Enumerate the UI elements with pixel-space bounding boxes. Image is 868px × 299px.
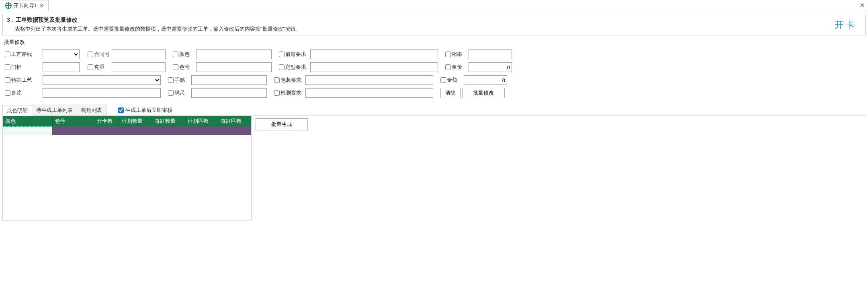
window-tab-bar: 开卡向导1 ✕ ✕: [0, 0, 868, 11]
shrink-rate-input[interactable]: [469, 49, 512, 59]
data-tabs-row: 点色明细 待生成工单列表 制程列表 生成工单后立即审核: [2, 105, 866, 116]
remark-input[interactable]: [43, 88, 161, 98]
grid-header-color[interactable]: 颜色: [3, 116, 53, 126]
process-route-checkbox[interactable]: [5, 52, 10, 57]
color-input[interactable]: [196, 49, 272, 59]
grid-cell-vat-pcs[interactable]: [218, 126, 251, 135]
audit-after-generate-checkbox[interactable]: [118, 107, 124, 113]
grid-header-vat-qty[interactable]: 每缸数量: [152, 116, 185, 126]
amount-input[interactable]: [464, 75, 507, 85]
grid-cell-color-no[interactable]: [53, 126, 94, 135]
shape-req-checkbox-label[interactable]: 定型要求: [279, 64, 309, 71]
inspect-req-input[interactable]: [305, 88, 433, 98]
color-no-input[interactable]: [196, 62, 272, 72]
process-route-select[interactable]: [43, 49, 80, 59]
tab-color-detail[interactable]: 点色明细: [2, 105, 32, 116]
tab-pending-work-orders[interactable]: 待生成工单列表: [32, 105, 77, 115]
hand-feel-checkbox[interactable]: [168, 77, 174, 83]
globe-icon: [5, 2, 12, 9]
grid-header-color-no[interactable]: 色号: [53, 116, 94, 126]
yard-checkbox[interactable]: [168, 90, 174, 96]
unit-price-checkbox[interactable]: [445, 64, 451, 70]
door-width-checkbox-label[interactable]: 门幅: [5, 64, 41, 71]
remark-checkbox[interactable]: [5, 90, 10, 96]
batch-generate-button[interactable]: 批量生成: [256, 118, 308, 130]
special-process-checkbox[interactable]: [5, 77, 10, 83]
shape-req-checkbox[interactable]: [279, 64, 285, 70]
hand-feel-checkbox-label[interactable]: 手感: [168, 76, 190, 84]
shape-req-input[interactable]: [310, 62, 438, 72]
amount-checkbox-label[interactable]: 金额: [440, 76, 462, 84]
step-description: 表格中列出了本次将生成的工单。选中需要批量修改的数据项，选中需要修改的工单，输入…: [7, 25, 861, 33]
grid-data-row[interactable]: [3, 126, 251, 135]
gram-weight-checkbox[interactable]: [88, 64, 93, 70]
hand-feel-input[interactable]: [191, 75, 267, 85]
tab-title: 开卡向导1: [13, 2, 37, 9]
contract-no-checkbox-label[interactable]: 合同号: [88, 51, 110, 58]
color-detail-grid[interactable]: 颜色 色号 开卡数 计划数量 每缸数量 计划匹数 每缸匹数: [2, 116, 252, 221]
step-header: 3．工单数据预览及批量修改 表格中列出了本次将生成的工单。选中需要批量修改的数据…: [2, 14, 866, 35]
unit-price-input[interactable]: [469, 62, 512, 72]
grid-header-plan-pcs[interactable]: 计划匹数: [185, 116, 218, 126]
grid-cell-color[interactable]: [3, 126, 53, 135]
shrink-rate-checkbox[interactable]: [445, 52, 451, 57]
grid-header-plan-qty[interactable]: 计划数量: [119, 116, 152, 126]
grid-header-row: 颜色 色号 开卡数 计划数量 每缸数量 计划匹数 每缸匹数: [3, 116, 251, 126]
door-width-input[interactable]: [43, 62, 80, 72]
open-card-link[interactable]: 开卡: [835, 19, 857, 31]
remark-checkbox-label[interactable]: 备注: [5, 89, 41, 97]
batch-modify-section-label: 批量修改: [4, 39, 866, 46]
contract-no-input[interactable]: [112, 49, 166, 59]
batch-modify-form: 工艺路线 合同号 颜色 前道要求 缩率 门幅 克重 色号 定型要求 单价 特殊工…: [2, 47, 866, 101]
yard-input[interactable]: [191, 88, 267, 98]
process-route-checkbox-label[interactable]: 工艺路线: [5, 51, 41, 58]
clear-button[interactable]: 清除: [440, 88, 461, 98]
grid-cell-plan-pcs[interactable]: [185, 126, 218, 135]
tab-process-list[interactable]: 制程列表: [77, 105, 106, 115]
shrink-rate-checkbox-label[interactable]: 缩率: [445, 51, 467, 58]
gram-weight-checkbox-label[interactable]: 克重: [88, 64, 110, 71]
yard-checkbox-label[interactable]: 码尺: [168, 89, 190, 97]
window-tab[interactable]: 开卡向导1 ✕: [2, 0, 49, 11]
color-checkbox-label[interactable]: 颜色: [173, 51, 194, 58]
front-req-checkbox-label[interactable]: 前道要求: [279, 51, 309, 58]
pack-req-checkbox[interactable]: [274, 77, 280, 83]
special-process-select[interactable]: [43, 75, 161, 85]
step-title: 3．工单数据预览及批量修改: [7, 16, 861, 24]
contract-no-checkbox[interactable]: [88, 52, 93, 57]
grid-cell-card-count[interactable]: [94, 126, 119, 135]
amount-checkbox[interactable]: [440, 77, 446, 83]
inspect-req-checkbox[interactable]: [274, 90, 280, 96]
audit-after-generate-label[interactable]: 生成工单后立即审核: [118, 107, 172, 114]
tab-close-icon[interactable]: ✕: [39, 2, 45, 9]
color-no-checkbox-label[interactable]: 色号: [173, 64, 194, 71]
inspect-req-checkbox-label[interactable]: 检测要求: [274, 89, 304, 97]
unit-price-checkbox-label[interactable]: 单价: [445, 64, 467, 71]
special-process-checkbox-label[interactable]: 特殊工艺: [5, 76, 41, 84]
pack-req-checkbox-label[interactable]: 包装要求: [274, 76, 304, 84]
gram-weight-input[interactable]: [112, 62, 166, 72]
door-width-checkbox[interactable]: [5, 64, 10, 70]
grid-header-card-count[interactable]: 开卡数: [94, 116, 119, 126]
front-req-input[interactable]: [310, 49, 438, 59]
color-no-checkbox[interactable]: [173, 64, 178, 70]
batch-modify-button[interactable]: 批量修改: [462, 88, 505, 98]
grid-cell-plan-qty[interactable]: [119, 126, 152, 135]
window-close-icon[interactable]: ✕: [860, 2, 865, 9]
grid-header-vat-pcs[interactable]: 每缸匹数: [218, 116, 251, 126]
pack-req-input[interactable]: [305, 75, 433, 85]
color-checkbox[interactable]: [173, 52, 178, 57]
front-req-checkbox[interactable]: [279, 52, 285, 57]
grid-cell-vat-qty[interactable]: [152, 126, 185, 135]
